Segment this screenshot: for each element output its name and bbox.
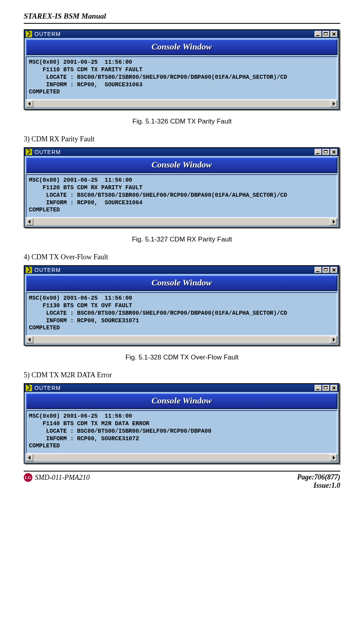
issue-number: Issue:1.0 bbox=[297, 481, 340, 490]
console-output: MSC(0x00) 2001-06-25 11:56:00 F1140 BTS … bbox=[26, 410, 337, 454]
scroll-right-button[interactable] bbox=[330, 454, 337, 461]
scroll-left-button[interactable] bbox=[26, 454, 33, 461]
titlebar: OUTERM bbox=[25, 30, 339, 38]
minimize-button[interactable] bbox=[315, 385, 322, 391]
scroll-track[interactable] bbox=[33, 218, 330, 225]
figure-caption-3: Fig. 5.1-328 CDM TX Over-Flow Fault bbox=[24, 354, 340, 361]
window-title: OUTERM bbox=[34, 149, 315, 155]
titlebar-buttons bbox=[315, 31, 337, 37]
titlebar: OUTERM bbox=[25, 148, 339, 156]
outerm-window-3: OUTERM Console Window MSC(0x00) 2001-06-… bbox=[24, 265, 339, 346]
console-output: MSC(0x00) 2001-06-25 11:56:00 F1120 BTS … bbox=[26, 174, 337, 218]
item-3-label: 3) CDM RX Parity Fault bbox=[24, 135, 340, 143]
lg-logo-icon: LG bbox=[24, 473, 32, 482]
figure-caption-1: Fig. 5.1-326 CDM TX Parity Fault bbox=[24, 118, 340, 126]
scroll-track[interactable] bbox=[33, 100, 330, 107]
titlebar: OUTERM bbox=[25, 384, 339, 392]
scroll-right-button[interactable] bbox=[330, 100, 337, 107]
console-banner: Console Window bbox=[26, 275, 337, 291]
header-rule bbox=[24, 23, 340, 24]
item-4-label: 4) CDM TX Over-Flow Fault bbox=[24, 253, 340, 261]
console-banner: Console Window bbox=[26, 393, 337, 409]
console-banner: Console Window bbox=[26, 39, 337, 55]
maximize-button[interactable] bbox=[322, 149, 330, 155]
minimize-button[interactable] bbox=[315, 149, 322, 155]
console-banner: Console Window bbox=[26, 157, 337, 173]
footer: LG SMD-011-PMA210 Page:706(877) Issue:1.… bbox=[24, 473, 340, 490]
close-button[interactable] bbox=[330, 267, 337, 273]
window-title: OUTERM bbox=[34, 31, 315, 37]
close-button[interactable] bbox=[330, 385, 337, 391]
item-5-label: 5) CDM TX M2R DATA Error bbox=[24, 371, 340, 379]
outerm-window-1: OUTERM Console Window MSC(0x00) 2001-06-… bbox=[24, 29, 339, 110]
outerm-window-2: OUTERM Console Window MSC(0x00) 2001-06-… bbox=[24, 147, 339, 228]
scroll-left-button[interactable] bbox=[26, 100, 33, 107]
titlebar-buttons bbox=[315, 267, 337, 273]
titlebar: OUTERM bbox=[25, 266, 339, 274]
horizontal-scrollbar[interactable] bbox=[26, 454, 337, 462]
maximize-button[interactable] bbox=[322, 31, 330, 37]
maximize-button[interactable] bbox=[322, 385, 330, 391]
horizontal-scrollbar[interactable] bbox=[26, 218, 337, 226]
doc-header: STAREX-IS BSM Manual bbox=[24, 12, 340, 21]
maximize-button[interactable] bbox=[322, 267, 330, 273]
app-icon bbox=[26, 267, 32, 273]
figure-caption-2: Fig. 5.1-327 CDM RX Parity Fault bbox=[24, 236, 340, 243]
window-title: OUTERM bbox=[34, 385, 315, 391]
page-number: Page:706(877) bbox=[297, 473, 340, 481]
minimize-button[interactable] bbox=[315, 267, 322, 273]
titlebar-buttons bbox=[315, 385, 337, 391]
app-icon bbox=[26, 31, 32, 37]
horizontal-scrollbar[interactable] bbox=[26, 336, 337, 344]
scroll-left-button[interactable] bbox=[26, 218, 33, 225]
window-title: OUTERM bbox=[34, 267, 315, 273]
scroll-track[interactable] bbox=[33, 336, 330, 343]
scroll-right-button[interactable] bbox=[330, 336, 337, 343]
minimize-button[interactable] bbox=[315, 31, 322, 37]
titlebar-buttons bbox=[315, 149, 337, 155]
scroll-left-button[interactable] bbox=[26, 336, 33, 343]
doc-code: SMD-011-PMA210 bbox=[35, 473, 90, 482]
scroll-track[interactable] bbox=[33, 454, 330, 461]
outerm-window-4: OUTERM Console Window MSC(0x00) 2001-06-… bbox=[24, 383, 339, 464]
close-button[interactable] bbox=[330, 149, 337, 155]
footer-rule bbox=[24, 471, 340, 472]
close-button[interactable] bbox=[330, 31, 337, 37]
scroll-right-button[interactable] bbox=[330, 218, 337, 225]
console-output: MSC(0x00) 2001-06-25 11:56:00 F1130 BTS … bbox=[26, 292, 337, 336]
app-icon bbox=[26, 385, 32, 391]
app-icon bbox=[26, 149, 32, 155]
console-output: MSC(0x00) 2001-06-25 11:56:00 F1110 BTS … bbox=[26, 56, 337, 100]
horizontal-scrollbar[interactable] bbox=[26, 100, 337, 108]
